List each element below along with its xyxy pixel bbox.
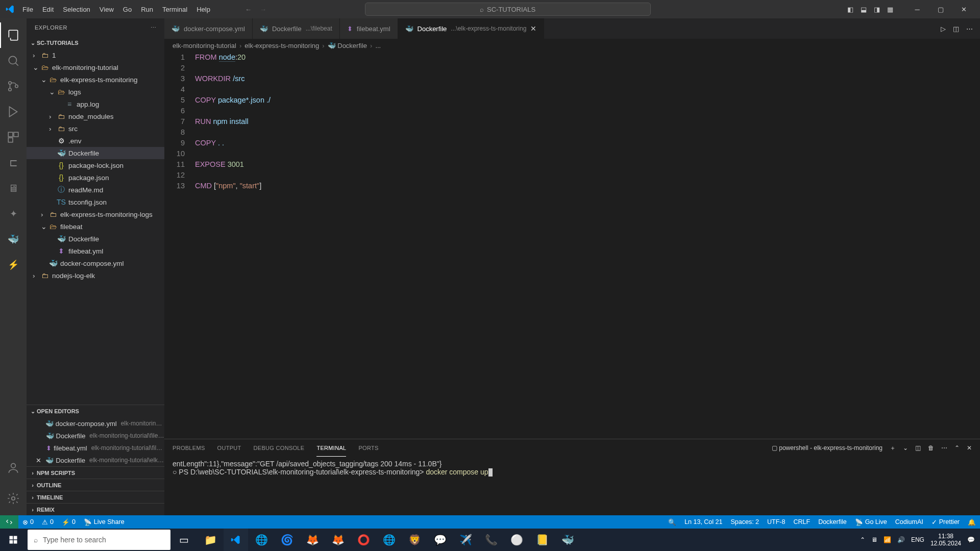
open-editor-item[interactable]: 🐳docker-compose.ymlelk-monitoring-t... xyxy=(27,417,164,430)
tree-item[interactable]: ›🗀1 xyxy=(27,49,164,61)
tree-item[interactable]: ›🗀node_modules xyxy=(27,110,164,122)
taskbar-clock[interactable]: 11:38 12.05.2024 xyxy=(930,533,961,547)
panel-tab-debug-console[interactable]: DEBUG CONSOLE xyxy=(254,439,305,457)
tray-wifi-icon[interactable]: 📶 xyxy=(884,536,891,543)
brave-icon[interactable]: 🦁 xyxy=(402,529,427,551)
panel-tab-output[interactable]: OUTPUT xyxy=(217,439,241,457)
system-tray[interactable]: ⌃ 🖥 📶 🔊 ENG 11:38 12.05.2024 💬 xyxy=(855,533,980,547)
more-icon[interactable]: ⋯ xyxy=(941,444,947,452)
file-explorer-icon[interactable]: 📁 xyxy=(198,529,223,551)
open-editor-item[interactable]: ✕🐳Dockerfileelk-monitoring-tutorial\elk-… xyxy=(27,454,164,466)
taskbar-search[interactable]: ⌕ Type here to search xyxy=(28,530,170,550)
tree-item[interactable]: ⓘreadMe.md xyxy=(27,184,164,196)
editor-tab[interactable]: 🐳Dockerfile...\filebeat xyxy=(253,18,340,39)
status-item[interactable]: CRLF xyxy=(789,515,814,529)
terminal-dropdown-icon[interactable]: ⌄ xyxy=(903,444,908,452)
terminal-body[interactable]: entLength":11},"message":"GET /api/saved… xyxy=(164,457,980,515)
app-icon[interactable]: ⚪ xyxy=(504,529,529,551)
notifications-icon[interactable]: 💬 xyxy=(967,536,975,543)
opera-icon[interactable]: ⭕ xyxy=(351,529,376,551)
command-center[interactable]: ⌕ SC-TUTORIALS xyxy=(365,3,651,16)
tree-item[interactable]: TStsconfig.json xyxy=(27,196,164,208)
layout-left-icon[interactable]: ◧ xyxy=(847,6,853,13)
nav-back-icon[interactable]: ← xyxy=(245,6,252,13)
open-editors-header[interactable]: ⌄ OPEN EDITORS xyxy=(27,405,164,417)
tree-item[interactable]: ›🗀elk-express-ts-monitoring-logs xyxy=(27,208,164,220)
status-item[interactable]: 📡Go Live xyxy=(851,515,891,529)
tree-item[interactable]: ⌄🗁logs xyxy=(27,86,164,98)
nav-forward-icon[interactable]: → xyxy=(260,6,266,13)
start-button[interactable] xyxy=(0,529,27,551)
panel-tab-terminal[interactable]: TERMINAL xyxy=(316,439,346,457)
tree-item[interactable]: ⌄🗁elk-monitoring-tutorial xyxy=(27,61,164,73)
layout-right-icon[interactable]: ◨ xyxy=(874,6,880,13)
maximize-button[interactable]: ▢ xyxy=(929,0,952,18)
tree-item[interactable]: ›🗀src xyxy=(27,122,164,135)
tree-item[interactable]: {}package.json xyxy=(27,171,164,184)
menu-item-go[interactable]: Go xyxy=(119,4,136,15)
notes-icon[interactable]: 📒 xyxy=(530,529,554,551)
status-item[interactable]: Ln 13, Col 21 xyxy=(680,515,726,529)
tree-item[interactable]: 🐳Dockerfile xyxy=(27,233,164,245)
open-editor-item[interactable]: 🐳Dockerfileelk-monitoring-tutorial\fileb… xyxy=(27,430,164,442)
tree-item[interactable]: ⚙.env xyxy=(27,135,164,147)
minimize-button[interactable]: ─ xyxy=(905,0,929,18)
tree-item[interactable]: ≡app.log xyxy=(27,98,164,110)
editor-content[interactable]: 12345678910111213 FROM node:20WORKDIR /s… xyxy=(164,52,980,439)
status-item[interactable]: CodiumAI xyxy=(891,515,927,529)
activity-run-debug[interactable] xyxy=(0,99,27,124)
activity-source-control[interactable] xyxy=(0,73,27,99)
breadcrumbs[interactable]: elk-monitoring-tutorial›elk-express-ts-m… xyxy=(164,39,980,52)
activity-settings[interactable] xyxy=(0,486,27,511)
breadcrumb-item[interactable]: elk-express-ts-monitoring xyxy=(244,42,319,49)
section-outline[interactable]: ›OUTLINE xyxy=(27,479,164,491)
activity-sparkle-icon[interactable]: ✦ xyxy=(0,201,27,227)
more-icon[interactable]: ⋯ xyxy=(151,24,157,31)
section-remix[interactable]: ›REMIX xyxy=(27,503,164,515)
workspace-title[interactable]: ⌄ SC-TUTORIALS xyxy=(27,37,164,49)
activity-accounts[interactable] xyxy=(0,455,27,481)
status-item[interactable]: Dockerfile xyxy=(814,515,851,529)
edge-icon[interactable]: 🌀 xyxy=(275,529,299,551)
tray-lang[interactable]: ENG xyxy=(911,536,924,543)
task-view-icon[interactable]: ▭ xyxy=(172,529,196,551)
kill-terminal-icon[interactable]: 🗑 xyxy=(928,444,934,452)
status-item[interactable]: 📡Live Share xyxy=(80,515,129,529)
tree-item[interactable]: ⌄🗁filebeat xyxy=(27,220,164,233)
new-terminal-icon[interactable]: ＋ xyxy=(890,444,896,453)
status-item[interactable]: ⊗0 xyxy=(18,515,38,529)
activity-remote-icon[interactable]: 🖥 xyxy=(0,176,27,201)
viber-icon[interactable]: 📞 xyxy=(479,529,503,551)
breadcrumb-item[interactable]: elk-monitoring-tutorial xyxy=(173,42,236,49)
tree-item[interactable]: 🐳docker-compose.yml xyxy=(27,257,164,269)
close-panel-icon[interactable]: ✕ xyxy=(967,444,972,452)
close-button[interactable]: ✕ xyxy=(952,0,976,18)
layout-bottom-icon[interactable]: ⬓ xyxy=(861,6,867,13)
tray-chevron-icon[interactable]: ⌃ xyxy=(860,536,865,543)
status-item[interactable]: ⚠0 xyxy=(38,515,58,529)
firefox-icon[interactable]: 🦊 xyxy=(326,529,350,551)
maximize-panel-icon[interactable]: ⌃ xyxy=(954,444,960,452)
activity-explorer[interactable] xyxy=(0,22,27,48)
telegram-icon[interactable]: ✈️ xyxy=(453,529,478,551)
menu-item-file[interactable]: File xyxy=(18,4,37,15)
docker-desktop-icon[interactable]: 🐳 xyxy=(555,529,580,551)
editor-tab[interactable]: ⬍filebeat.yml xyxy=(340,18,398,39)
activity-thunder-icon[interactable]: ⚡ xyxy=(0,252,27,278)
chrome2-icon[interactable]: 🌐 xyxy=(377,529,401,551)
menu-item-help[interactable]: Help xyxy=(192,4,214,15)
whatsapp-icon[interactable]: 💬 xyxy=(428,529,452,551)
breadcrumb-item[interactable]: 🐳 Dockerfile xyxy=(328,42,367,49)
menu-item-terminal[interactable]: Terminal xyxy=(158,4,191,15)
close-icon[interactable]: ✕ xyxy=(36,457,43,464)
panel-tab-ports[interactable]: PORTS xyxy=(358,439,378,457)
firefox-blue-icon[interactable]: 🦊 xyxy=(300,529,325,551)
menu-item-edit[interactable]: Edit xyxy=(38,4,58,15)
bell-icon[interactable]: 🔔 xyxy=(964,515,980,529)
panel-tab-problems[interactable]: PROBLEMS xyxy=(173,439,205,457)
zoom-icon[interactable]: 🔍 xyxy=(664,515,680,529)
tray-monitor-icon[interactable]: 🖥 xyxy=(871,536,877,543)
menu-item-run[interactable]: Run xyxy=(137,4,157,15)
breadcrumb-item[interactable]: ... xyxy=(375,42,381,49)
vscode-taskbar-icon[interactable] xyxy=(224,529,248,551)
